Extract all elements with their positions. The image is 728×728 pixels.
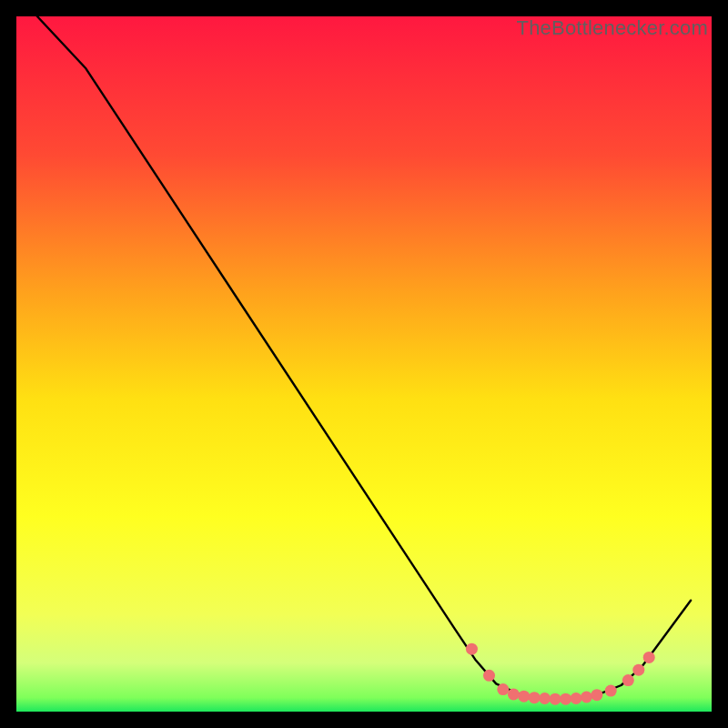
data-marker <box>571 693 582 704</box>
data-marker <box>483 670 495 682</box>
data-marker <box>622 674 634 686</box>
chart-frame: TheBottlenecker.com <box>16 16 712 712</box>
data-marker <box>632 664 644 676</box>
data-marker <box>497 683 509 695</box>
data-marker <box>529 692 541 703</box>
data-marker <box>518 691 530 703</box>
bottleneck-chart <box>16 16 712 712</box>
data-marker <box>466 643 478 655</box>
data-marker <box>539 693 551 704</box>
data-marker <box>643 652 655 663</box>
data-marker <box>581 692 592 703</box>
data-marker <box>605 685 617 697</box>
data-marker <box>508 688 520 700</box>
watermark-text: TheBottlenecker.com <box>517 16 708 40</box>
data-marker <box>550 693 561 705</box>
data-marker <box>560 693 571 705</box>
data-marker <box>591 689 602 701</box>
